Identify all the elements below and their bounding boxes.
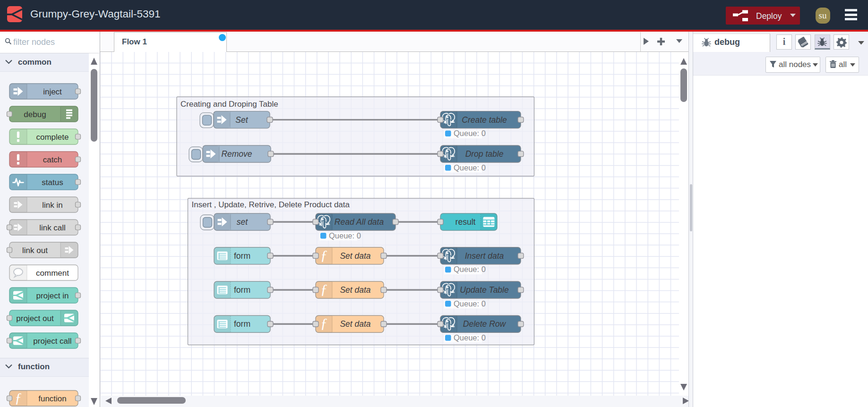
svg-text:Queue: 0: Queue: 0 — [329, 231, 361, 240]
svg-text:project out: project out — [16, 314, 54, 323]
svg-text:Creating and Droping Table: Creating and Droping Table — [180, 100, 278, 109]
svg-text:Queue: 0: Queue: 0 — [454, 299, 486, 308]
svg-text:catch: catch — [43, 155, 62, 164]
svg-text:form: form — [234, 319, 250, 329]
svg-text:inject: inject — [43, 87, 62, 96]
svg-text:link in: link in — [42, 201, 62, 210]
svg-text:project in: project in — [36, 291, 69, 300]
svg-text:link call: link call — [39, 223, 66, 232]
svg-text:status: status — [42, 178, 63, 187]
svg-text:ƒ: ƒ — [15, 390, 22, 405]
svg-text:Queue: 0: Queue: 0 — [454, 129, 486, 137]
svg-text:Remove: Remove — [221, 149, 252, 159]
svg-text:Create table: Create table — [462, 115, 507, 125]
svg-text:Queue: 0: Queue: 0 — [454, 163, 486, 172]
svg-text:Read All data: Read All data — [335, 217, 384, 227]
svg-text:Set data: Set data — [340, 319, 370, 329]
svg-text:Set data: Set data — [340, 285, 370, 295]
svg-text:Drop table: Drop table — [465, 149, 504, 159]
svg-text:Insert , Update, Retrive, Dele: Insert , Update, Retrive, Delete Product… — [192, 200, 350, 209]
svg-text:Insert data: Insert data — [465, 251, 504, 261]
svg-text:ƒ: ƒ — [320, 247, 327, 263]
svg-text:Queue: 0: Queue: 0 — [454, 333, 486, 342]
svg-text:form: form — [234, 285, 250, 295]
svg-text:comment: comment — [36, 269, 69, 278]
svg-text:Set: Set — [235, 115, 248, 125]
svg-text:debug: debug — [24, 110, 46, 119]
svg-text:Update Table: Update Table — [460, 285, 509, 295]
svg-text:Queue: 0: Queue: 0 — [454, 265, 486, 273]
svg-text:ƒ: ƒ — [320, 315, 327, 331]
svg-text:complete: complete — [36, 133, 69, 142]
svg-text:Set data: Set data — [340, 251, 370, 261]
svg-text:result: result — [455, 217, 476, 227]
svg-text:set: set — [237, 217, 248, 227]
svg-text:ƒ: ƒ — [320, 281, 327, 297]
svg-text:link out: link out — [22, 246, 48, 255]
svg-text:form: form — [234, 251, 250, 261]
svg-text:project call: project call — [33, 337, 71, 346]
svg-text:Delete Row: Delete Row — [463, 319, 507, 329]
svg-text:function: function — [38, 394, 67, 403]
